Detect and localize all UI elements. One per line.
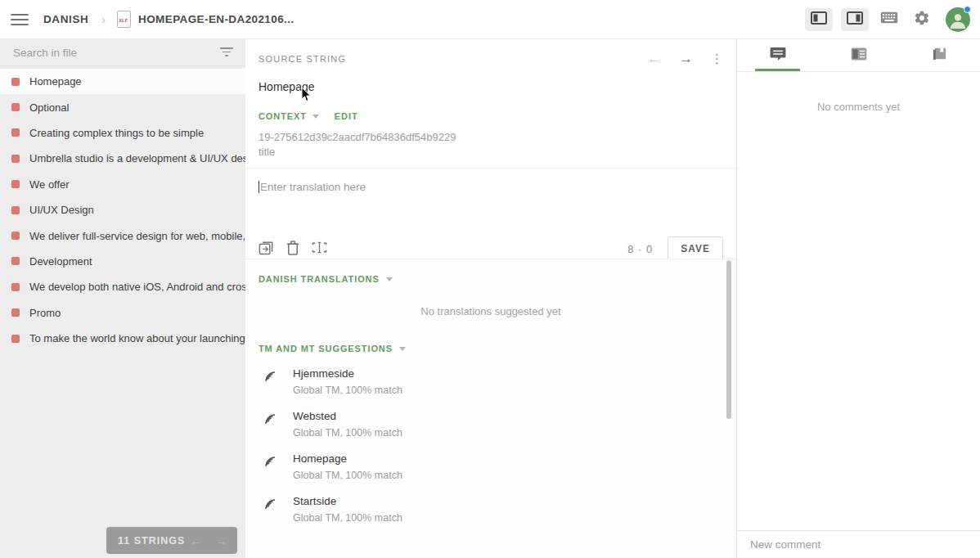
tm-suggestion-row[interactable]: Homepage Global TM, 100% match (245, 439, 736, 481)
prev-string-arrow-icon[interactable]: ← (190, 533, 202, 547)
string-label: Creating complex things to be simple (29, 127, 209, 139)
trash-icon (286, 240, 299, 259)
string-list: Homepage Optional Creating complex thing… (0, 69, 245, 351)
context-row: CONTEXT EDIT (245, 93, 736, 121)
string-row[interactable]: Promo (0, 300, 245, 326)
tab-dictionary[interactable] (899, 39, 980, 71)
search-input[interactable] (13, 47, 219, 59)
source-string-header: SOURCE STRING ← → ⋮ (245, 39, 736, 69)
string-row[interactable]: To make the world know about your launch… (0, 326, 245, 351)
terms-card-icon (851, 47, 867, 64)
string-row[interactable]: Homepage (0, 69, 245, 94)
new-comment-row (737, 530, 980, 558)
string-label: We develop both native iOS, Android and … (29, 281, 245, 293)
untranslated-status-icon (11, 257, 20, 265)
untranslated-status-icon (11, 180, 20, 188)
tm-suggestion-row[interactable]: Startside Global TM, 100% match (245, 481, 736, 524)
string-row[interactable]: Umbrella studio is a development & UI/UX… (0, 146, 245, 171)
keyboard-icon (880, 11, 898, 27)
no-comments-message: No comments yet (737, 72, 980, 113)
danish-translations-toggle[interactable]: DANISH TRANSLATIONS (258, 274, 380, 284)
string-row[interactable]: We deliver full-service design for web, … (0, 223, 245, 248)
toggle-right-panel-button[interactable] (841, 8, 869, 31)
tab-terms[interactable] (818, 39, 899, 71)
comment-icon (770, 47, 786, 65)
untranslated-status-icon (11, 206, 20, 214)
source-string-label: SOURCE STRING (258, 54, 346, 64)
tm-mt-suggestions-toggle[interactable]: TM AND MT SUGGESTIONS (258, 344, 393, 353)
select-text-button[interactable] (312, 240, 327, 259)
copy-source-button[interactable] (258, 240, 274, 259)
untranslated-status-icon (11, 283, 20, 291)
breadcrumb-language[interactable]: DANISH (43, 13, 88, 25)
untranslated-status-icon (11, 155, 20, 163)
character-counter: 8 · 0 (627, 243, 653, 255)
suggestion-text: Startside (293, 495, 402, 507)
search-row (0, 39, 245, 66)
translation-input[interactable]: Enter translation here (245, 169, 736, 230)
text-caret (258, 181, 259, 193)
strings-counter-bar[interactable]: 11 STRINGS ← → (106, 527, 237, 554)
string-label: Homepage (29, 75, 87, 88)
untranslated-status-icon (11, 308, 20, 317)
chevron-down-icon (399, 347, 406, 351)
xliff-file-icon (117, 11, 131, 28)
string-label: We offer (29, 178, 74, 191)
translation-memory-icon (262, 454, 278, 474)
translation-memory-icon (262, 369, 278, 389)
untranslated-status-icon (11, 335, 20, 343)
tab-comments[interactable] (737, 39, 818, 71)
filter-icon[interactable] (219, 47, 234, 57)
string-row[interactable]: Development (0, 249, 245, 274)
context-key: title (245, 143, 736, 168)
tm-mt-suggestions-header: TM AND MT SUGGESTIONS (245, 329, 736, 353)
context-identifier: 19-275612d39c2aacdf7b64836df54b9229 (245, 121, 736, 143)
string-label: Promo (29, 307, 65, 319)
edit-context-button[interactable]: EDIT (335, 111, 358, 121)
suggestion-meta: Global TM, 100% match (293, 470, 402, 481)
untranslated-status-icon (11, 232, 20, 240)
untranslated-status-icon (11, 128, 20, 137)
panel-left-icon (811, 11, 827, 28)
dictionary-book-icon (932, 46, 947, 65)
scrollbar[interactable] (726, 260, 731, 419)
save-button[interactable]: SAVE (668, 236, 723, 261)
more-options-icon[interactable]: ⋮ (711, 52, 723, 65)
untranslated-status-icon (11, 78, 20, 86)
chevron-down-icon (386, 277, 393, 281)
tm-suggestion-row[interactable]: Websted Global TM, 100% match (245, 396, 736, 439)
copy-icon (258, 240, 274, 259)
clear-translation-button[interactable] (286, 240, 299, 259)
new-comment-input[interactable] (750, 538, 967, 551)
chevron-right-icon: › (101, 13, 106, 26)
tm-suggestion-row[interactable]: Hjemmeside Global TM, 100% match (245, 353, 736, 396)
toggle-left-panel-button[interactable] (805, 8, 833, 31)
keyboard-shortcuts-button[interactable] (877, 8, 901, 31)
comments-panel: No comments yet (736, 39, 980, 558)
breadcrumb-file-name[interactable]: HOMEPAGE-EN-DA202106... (138, 13, 294, 25)
no-translations-message: No translations suggested yet (245, 284, 736, 329)
strings-sidebar: Homepage Optional Creating complex thing… (0, 39, 245, 558)
suggestions-section: DANISH TRANSLATIONS No translations sugg… (245, 259, 736, 558)
string-row[interactable]: UI/UX Design (0, 197, 245, 223)
editor-panel: SOURCE STRING ← → ⋮ Homepage CONTEXT EDI… (245, 39, 736, 558)
menu-icon[interactable] (11, 14, 29, 25)
string-label: We deliver full-service design for web, … (29, 230, 245, 242)
string-row[interactable]: We offer (0, 172, 245, 197)
previous-string-button[interactable]: ← (647, 52, 661, 65)
user-avatar[interactable] (946, 7, 970, 32)
top-bar: DANISH › HOMEPAGE-EN-DA202106... (0, 0, 980, 39)
string-row[interactable]: Optional (0, 94, 245, 119)
string-label: Umbrella studio is a development & UI/UX… (29, 152, 245, 164)
string-row[interactable]: We develop both native iOS, Android and … (0, 274, 245, 299)
string-row[interactable]: Creating complex things to be simple (0, 120, 245, 146)
translation-memory-icon (262, 497, 278, 516)
context-toggle[interactable]: CONTEXT (258, 111, 307, 121)
translation-editor-app: DANISH › HOMEPAGE-EN-DA202106... (0, 0, 980, 558)
settings-button[interactable] (910, 8, 934, 31)
next-string-arrow-icon[interactable]: → (215, 533, 227, 547)
source-text: Homepage (245, 69, 736, 93)
suggestion-meta: Global TM, 100% match (293, 512, 402, 524)
next-string-button[interactable]: → (679, 52, 693, 65)
suggestion-meta: Global TM, 100% match (293, 427, 402, 439)
